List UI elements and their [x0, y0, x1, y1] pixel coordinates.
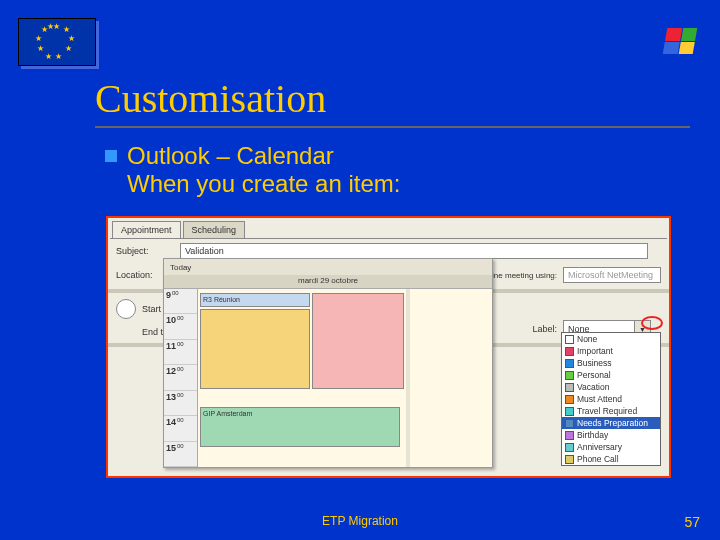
event-3[interactable] — [200, 309, 310, 389]
online-provider-field[interactable]: Microsoft NetMeeting — [563, 267, 661, 283]
cal-toolbar-today[interactable]: Today — [170, 263, 191, 272]
hour-gutter: 900100011001200130014001500 — [164, 289, 198, 467]
event-2[interactable] — [312, 293, 404, 389]
category-item[interactable]: Phone Call — [562, 453, 660, 465]
highlight-circle — [641, 316, 663, 330]
category-item[interactable]: Travel Required — [562, 405, 660, 417]
category-item[interactable]: Needs Preparation — [562, 417, 660, 429]
category-item[interactable]: None — [562, 333, 660, 345]
label-category-list[interactable]: NoneImportantBusinessPersonalVacationMus… — [561, 332, 661, 466]
windows-logo-icon — [663, 28, 698, 54]
calendar-day-view: Today mardi 29 octobre 90010001100120013… — [163, 258, 493, 468]
appointment-form-screenshot: Appointment Scheduling Subject: Validati… — [106, 216, 671, 478]
bullet-icon — [105, 150, 117, 162]
clock-icon — [116, 299, 136, 319]
bullet-text: Outlook – Calendar When you create an it… — [105, 142, 400, 198]
event-4[interactable]: GIP Amsterdam — [200, 407, 400, 447]
category-item[interactable]: Important — [562, 345, 660, 357]
category-item[interactable]: Must Attend — [562, 393, 660, 405]
eu-flag-logo: ★★ ★★ ★★ ★★ ★★ — [18, 18, 96, 66]
tab-appointment[interactable]: Appointment — [112, 221, 181, 238]
category-item[interactable]: Business — [562, 357, 660, 369]
category-item[interactable]: Anniversary — [562, 441, 660, 453]
slide-title: Customisation — [95, 75, 690, 128]
calendar-grid[interactable]: R3 Réunion GIP Amsterdam — [198, 289, 492, 467]
label-label: Label: — [532, 324, 557, 334]
tab-scheduling[interactable]: Scheduling — [183, 221, 246, 238]
cal-day-header: mardi 29 octobre — [164, 275, 492, 289]
category-item[interactable]: Birthday — [562, 429, 660, 441]
event-1[interactable]: R3 Réunion — [200, 293, 310, 307]
slide-footer: ETP Migration — [0, 514, 720, 528]
subject-label: Subject: — [116, 246, 174, 256]
category-item[interactable]: Personal — [562, 369, 660, 381]
page-number: 57 — [684, 514, 700, 530]
subject-input[interactable]: Validation — [180, 243, 648, 259]
category-item[interactable]: Vacation — [562, 381, 660, 393]
